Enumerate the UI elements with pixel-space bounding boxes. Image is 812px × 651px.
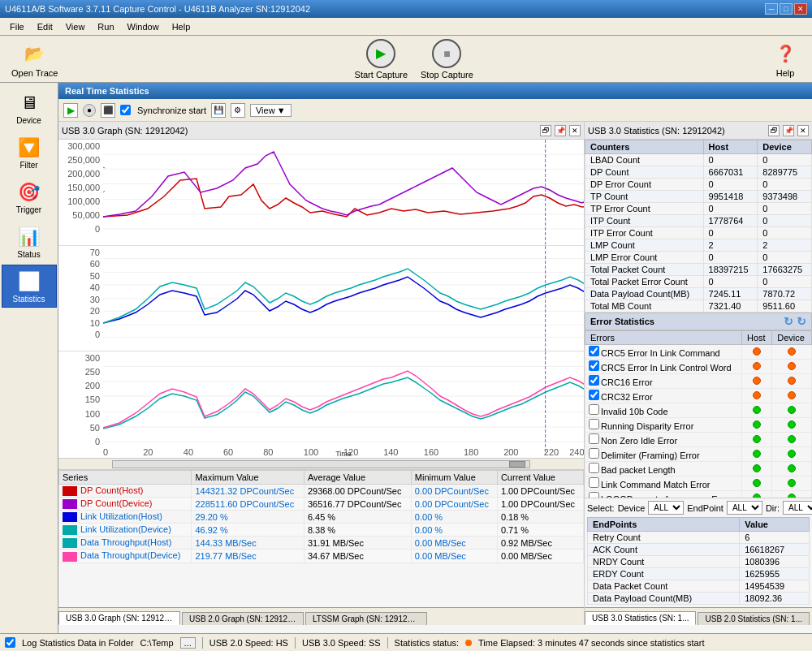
error-row: CRC32 Error [585,389,812,403]
circle-button[interactable]: ● [83,104,96,117]
error-row: LGOOD_n out of sequence Error [585,491,812,498]
counter-row: Total MB Count7321.409511.60 [585,300,812,313]
close-stats-button[interactable]: ✕ [797,125,809,136]
series-row: Data Throughput(Device) 219.77 MB/Sec 34… [59,550,584,563]
error-checkbox-7[interactable] [589,448,599,459]
error-checkbox-8[interactable] [589,463,599,473]
sidebar-item-filter[interactable]: 🔽 Filter [2,131,57,174]
counters-table: Counters Host Device LBAD Count00DP Coun… [585,140,812,313]
current-col-header: Current Value [497,471,583,485]
save-stats-button[interactable]: 💾 [211,103,226,118]
counter-row: LMP Count22 [585,239,812,252]
tab-usb3-stats[interactable]: USB 3.0 Statistics (SN: 1... [585,611,696,625]
svg-text:160: 160 [424,447,438,457]
restore-graph-button[interactable]: 🗗 [540,125,551,136]
chart-dp-yaxis: 300,000 250,000 200,000 150,000 100,000 … [58,140,103,245]
help-icon: ❓ [772,41,798,67]
sidebar-item-device[interactable]: 🖥 Device [2,86,57,129]
synchronize-checkbox[interactable] [120,105,131,115]
error-checkbox-4[interactable] [589,404,599,415]
endpoint-select[interactable]: ALL [727,501,762,515]
stats-panel: USB 3.0 Statistics (SN: 12912042) 🗗 📌 ✕ … [585,122,812,625]
tab-usb3-graph[interactable]: USB 3.0 Graph (SN: 12912042) [58,611,180,625]
browse-button[interactable]: ... [180,637,196,649]
dir-select[interactable]: ALL [783,501,812,515]
series-row: DP Count(Device) 228511.60 DPCount/Sec 3… [59,498,584,511]
sidebar-item-statistics[interactable]: 📈 Statistics [2,265,57,308]
error-checkbox-9[interactable] [589,477,599,488]
close-button[interactable]: ✕ [794,3,807,15]
error-row: Bad packet Length [585,462,812,476]
endpoint-row: NRDY Count1080396 [588,556,810,568]
tab-ltssm-graph[interactable]: LTSSM Graph (SN: 12912042) [305,612,427,625]
error-checkbox-0[interactable] [589,346,599,356]
status-icon: 📊 [16,224,42,250]
menu-file[interactable]: File [3,20,31,33]
sidebar-item-trigger[interactable]: 🎯 Trigger [2,175,57,218]
error-checkbox-6[interactable] [589,433,599,444]
view-dropdown[interactable]: View ▼ [250,104,292,117]
minimize-button[interactable]: ─ [765,3,778,15]
x-axis-label: Time [335,450,352,458]
sep3 [387,637,388,649]
series-row: DP Count(Host) 144321.32 DPCount/Sec 293… [59,485,584,498]
graph-controls: 🗗 📌 ✕ [540,125,581,136]
open-trace-button[interactable]: 📂 Open Trace [6,37,63,81]
sep1 [202,637,203,649]
error-checkbox-5[interactable] [589,419,599,429]
device-select[interactable]: ALL [648,501,684,515]
chart-scrollbar[interactable] [58,458,584,469]
error-checkbox-2[interactable] [589,375,599,386]
pin-graph-button[interactable]: 📌 [555,125,566,136]
pin-stats-button[interactable]: 📌 [783,125,794,136]
sep2 [295,637,296,649]
counter-row: DP Error Count00 [585,179,812,191]
title-text: U4611A/B Software 3.7.11 Capture Control… [5,4,310,14]
charts-stats: USB 3.0 Graph (SN: 12912042) 🗗 📌 ✕ 300,0… [58,122,812,625]
counter-row: LMP Error Count00 [585,252,812,264]
menu-run[interactable]: Run [91,20,120,33]
close-graph-button[interactable]: ✕ [569,125,581,136]
chart-link-svg [103,246,584,351]
max-col-header: Maximum Value [192,471,304,485]
help-button[interactable]: ❓ Help [765,37,806,81]
error-checkbox-10[interactable] [589,492,599,498]
menu-view[interactable]: View [59,20,92,33]
filter-icon: 🔽 [16,135,42,161]
stop-capture-button[interactable]: ■ Stop Capture [421,39,473,80]
menu-help[interactable]: Help [166,20,197,33]
pause-stats-button[interactable]: ⬛ [101,103,115,118]
error-row: Invalid 10b Code [585,403,812,418]
tab-usb2-stats[interactable]: USB 2.0 Statistics (SN: 1... [698,612,809,625]
error-row: CRC5 Error In Link Command [585,345,812,360]
device-err-col: Device [772,331,812,345]
chart-link-util: 70 60 50 40 30 20 10 0 [58,246,584,352]
error-row: Delimiter (Framing) Error [585,447,812,462]
menu-window[interactable]: Window [121,20,166,33]
refresh-host-icon[interactable]: ↻ [784,315,793,328]
titlebar: U4611A/B Software 3.7.11 Capture Control… [0,0,812,18]
settings-stats-button[interactable]: ⚙ [231,103,245,118]
error-row: Non Zero Idle Error [585,433,812,447]
sidebar-item-status[interactable]: 📊 Status [2,220,57,263]
error-section-header: Error Statistics ↻ ↻ [585,313,812,330]
counters-section: Counters Host Device LBAD Count00DP Coun… [585,140,812,313]
menu-edit[interactable]: Edit [31,20,59,33]
counter-row: DP Count66670318289775 [585,166,812,179]
play-icon: ▶ [366,39,395,68]
error-checkbox-3[interactable] [589,390,599,400]
maximize-button[interactable]: □ [780,3,793,15]
chart-throughput-canvas: 0 20 40 60 80 100 120 140 160 180 [103,351,584,458]
start-capture-button[interactable]: ▶ Start Capture [355,39,408,80]
trigger-icon: 🎯 [16,179,42,205]
counter-row: ITP Error Count00 [585,227,812,239]
tab-usb2-graph[interactable]: USB 2.0 Graph (SN: 12912042) [182,612,304,625]
sidebar: 🖥 Device 🔽 Filter 🎯 Trigger 📊 Status 📈 S… [0,83,58,633]
refresh-device-icon[interactable]: ↻ [797,315,806,328]
log-checkbox[interactable] [5,637,15,648]
device-col: Device [758,140,812,154]
error-checkbox-1[interactable] [589,360,599,371]
play-stats-button[interactable]: ▶ [63,103,78,118]
endpoint-table: EndPoints Value Retry Count6ACK Count166… [587,517,810,605]
restore-stats-button[interactable]: 🗗 [768,125,780,136]
